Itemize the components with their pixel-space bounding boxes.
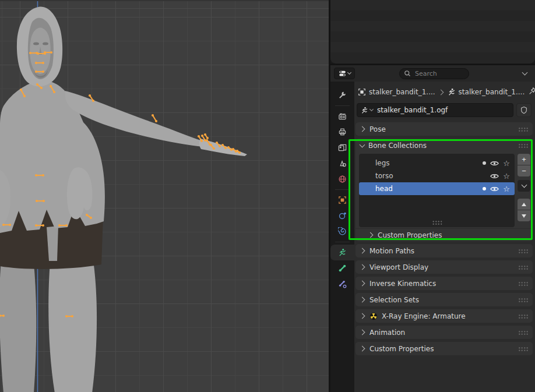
3d-viewport[interactable]: [0, 0, 329, 392]
tab-scene[interactable]: [330, 156, 354, 171]
panel-drag-handle[interactable]: [518, 265, 528, 270]
panel-drag-handle[interactable]: [518, 330, 528, 335]
properties-header: [330, 65, 535, 82]
render-icon: [338, 112, 347, 121]
breadcrumb-object-name: stalker_bandit_1....: [369, 88, 435, 96]
tab-bone[interactable]: [330, 260, 354, 276]
chevron-down-icon: [521, 182, 527, 188]
breadcrumb-data[interactable]: stalker_bandit_1....: [448, 88, 525, 96]
expand-chevron-icon: [360, 281, 365, 287]
breadcrumb-separator-icon: [438, 89, 444, 95]
protect-button[interactable]: [516, 103, 532, 117]
tab-world[interactable]: [330, 171, 354, 187]
panel-drag-handle[interactable]: [518, 314, 528, 319]
tab-output[interactable]: [330, 124, 354, 140]
panel-drag-handle[interactable]: [518, 347, 528, 351]
panel-pose[interactable]: Pose: [356, 122, 533, 136]
datablock-row: stalker_bandit_1.ogf: [357, 103, 532, 118]
header-menu-button[interactable]: [518, 68, 532, 79]
selected-bones-dot: [483, 187, 486, 190]
panel-custom-properties[interactable]: Custom Properties: [356, 342, 533, 355]
panel-label: Animation: [369, 329, 405, 337]
character-model[interactable]: [0, 7, 247, 392]
right-region: stalker_bandit_1.... stalker_bandit_1...…: [330, 0, 535, 392]
specials-menu-button[interactable]: [518, 180, 530, 192]
remove-collection-button[interactable]: −: [518, 165, 530, 176]
triangle-down-icon: [522, 214, 526, 218]
visibility-eye-icon[interactable]: [490, 186, 499, 192]
expand-chevron-icon: [360, 330, 365, 336]
printer-icon: [338, 128, 347, 136]
panel-label: Custom Properties: [378, 231, 442, 239]
tab-bone-constraints[interactable]: [330, 276, 354, 292]
panel-viewport-display[interactable]: Viewport Display: [356, 260, 533, 274]
panel-drag-handle[interactable]: [518, 127, 528, 132]
tab-tool[interactable]: [330, 87, 354, 103]
solo-star-icon[interactable]: ☆: [503, 185, 510, 193]
layers-icon: [338, 143, 347, 152]
editor-type-button[interactable]: [334, 68, 355, 79]
search-input[interactable]: [414, 69, 460, 78]
breadcrumb-object[interactable]: stalker_bandit_1....: [358, 88, 435, 96]
bone-collection-name: legs: [375, 159, 390, 167]
panel-drag-handle[interactable]: [518, 249, 528, 253]
panel-motion-paths[interactable]: Motion Paths: [356, 244, 533, 257]
move-down-button[interactable]: [518, 210, 530, 221]
bone-collection-row-torso[interactable]: torso ☆: [359, 169, 515, 182]
panel-xray-engine-armature[interactable]: X-Ray Engine: Armature: [356, 309, 533, 323]
list-resize-handle[interactable]: [432, 220, 442, 225]
add-collection-button[interactable]: +: [518, 154, 530, 165]
shield-icon: [520, 106, 528, 114]
tool-icon: [338, 91, 347, 100]
expand-chevron-icon: [360, 297, 365, 303]
bone-icon: [338, 264, 347, 273]
expand-chevron-icon: [368, 232, 374, 238]
move-up-button[interactable]: [518, 199, 530, 210]
panel-bone-collections[interactable]: Bone Collections legs: [356, 139, 533, 241]
panel-animation[interactable]: Animation: [356, 326, 533, 339]
search-box[interactable]: [399, 68, 469, 79]
bone-marker[interactable]: [152, 114, 157, 122]
radiation-icon: [369, 312, 378, 320]
tab-separator: [335, 189, 350, 190]
world-globe-icon: [338, 175, 347, 183]
panel-selection-sets[interactable]: Selection Sets: [356, 293, 533, 306]
pin-button[interactable]: [528, 87, 535, 97]
selected-bones-dot: [483, 161, 486, 165]
outliner-panel[interactable]: [330, 0, 535, 63]
tab-object-constraints[interactable]: [330, 224, 354, 239]
panel-drag-handle[interactable]: [518, 143, 528, 148]
tab-object[interactable]: [330, 192, 354, 208]
subpanel-custom-properties[interactable]: Custom Properties: [356, 228, 533, 241]
visibility-eye-icon[interactable]: [490, 160, 499, 167]
chevron-down-icon: [369, 107, 374, 111]
bone-collection-row-legs[interactable]: legs ☆: [359, 157, 515, 169]
scene-icon: [338, 159, 347, 168]
visibility-eye-icon[interactable]: [490, 173, 499, 179]
panel-drag-handle[interactable]: [518, 281, 528, 286]
datablock-name-field[interactable]: stalker_bandit_1.ogf: [357, 103, 513, 117]
search-icon: [404, 70, 411, 77]
bone-collection-row-head[interactable]: head ☆: [359, 182, 515, 195]
bone-constraint-icon: [338, 280, 347, 288]
expand-chevron-icon: [360, 313, 365, 319]
solo-star-icon[interactable]: ☆: [503, 172, 510, 180]
panel-drag-handle[interactable]: [518, 298, 528, 302]
chevron-down-icon: [522, 70, 527, 76]
expand-chevron-icon: [360, 126, 365, 132]
panel-label: Inverse Kinematics: [369, 280, 436, 288]
bone-collections-list[interactable]: legs ☆: [359, 154, 515, 227]
tab-render[interactable]: [330, 108, 354, 124]
solo-star-icon[interactable]: ☆: [503, 160, 510, 167]
tab-object-data-armature[interactable]: [330, 245, 354, 260]
panel-inverse-kinematics[interactable]: Inverse Kinematics: [356, 277, 533, 290]
armature-runner-icon: [448, 88, 456, 96]
breadcrumb: stalker_bandit_1.... stalker_bandit_1...…: [356, 85, 533, 99]
armature-runner-icon: [361, 107, 368, 114]
physics-icon: [338, 211, 347, 220]
tab-view-layer[interactable]: [330, 140, 354, 156]
expand-chevron-icon: [360, 264, 365, 270]
bone-collection-name: head: [375, 185, 393, 193]
breadcrumb-data-name: stalker_bandit_1....: [459, 88, 525, 96]
tab-physics[interactable]: [330, 208, 354, 224]
